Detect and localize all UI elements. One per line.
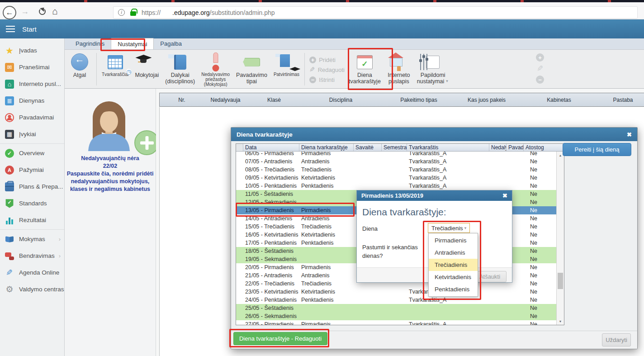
day-row-cell (236, 223, 243, 231)
sidebar-item-prane-imai[interactable]: Pranešimai (0, 59, 64, 76)
ribbon-button-nedalyvavimo-prie-astys-mokytojas-[interactable]: Nedalyvavimo priežastys (Mokytojas) (198, 52, 233, 87)
ribbon-button-label: Interneto puslapis (387, 72, 411, 85)
ribbon-button-mokytojai[interactable]: Mokytojai (132, 52, 162, 87)
day-row-cell (236, 271, 243, 280)
grades-icon (5, 166, 14, 175)
day-select[interactable]: Trečiadienis ▼ (428, 223, 470, 233)
cancel-button[interactable]: Atšaukti (473, 271, 507, 282)
day-row-dayname: Penktadienis (299, 239, 354, 247)
sidebar-item-valdymo-centras[interactable]: Valdymo centras (0, 281, 64, 298)
browser-url-bar[interactable]: i https:// .edupage.org /substitution/ad… (113, 6, 638, 19)
action-prid-ti[interactable]: +Pridėti (309, 55, 345, 65)
sidebar-item-mokymas[interactable]: Mokymas› (0, 231, 64, 247)
day-row[interactable]: 23/05 - KetvirtadienisKetvirtadienisTvar… (236, 288, 556, 296)
scrollbar-thumb[interactable] (558, 273, 563, 289)
day-row-holiday: Ne (524, 206, 556, 214)
dropdown-option-ketvirtadienis[interactable]: Ketvirtadienis (429, 271, 478, 283)
ribbon-button-tvarkara-iai[interactable]: Tvarkaraščiai (99, 52, 132, 87)
page-info-icon[interactable]: i (118, 9, 125, 16)
day-row-holiday: Ne (524, 304, 556, 312)
day-list-scrollbar[interactable]: ▲ ▼ (556, 152, 564, 325)
day-list-header: DataDiena tvarkaraštyjeSavaitėSemestrasT… (236, 144, 564, 152)
sidebar-item--vadas[interactable]: Įvadas (0, 42, 64, 59)
day-row-dayname: Trečiadienis (299, 280, 354, 288)
ribbon-button-papildomi-nustatymai[interactable]: Papildomi nustatymai ▼ (414, 52, 452, 87)
sidebar-item-overview[interactable]: Overview (0, 145, 64, 161)
sidebar-item-rezultatai[interactable]: Rezultatai (0, 212, 64, 228)
sidebar-item-pavadavimai[interactable]: Pavadavimai (0, 109, 64, 126)
day-row-cell (382, 152, 407, 157)
action-i-trinti[interactable]: −Ištrinti (309, 75, 345, 85)
day-row[interactable]: 06/05 - PirmadienisPirmadienisTvarkarašt… (236, 152, 556, 157)
ribbon-button-patvirtinimas[interactable]: Patvirtinimas (270, 52, 303, 87)
absence-panel[interactable]: Nedalyvaujančių nėra 22/02 Paspauskite č… (65, 89, 156, 356)
ribbon-button-interneto-puslapis[interactable]: Interneto puslapis (384, 52, 414, 87)
tab-pagrindinis[interactable]: Pagrindinis (69, 38, 111, 49)
ribbon-button-pavadavimo-tipai[interactable]: Pavadavimo tipai (233, 52, 270, 87)
browser-home-icon[interactable]: ⌂ (52, 6, 58, 16)
dropdown-option-pirmadienis[interactable]: Pirmadienis (429, 234, 478, 247)
dropdown-option-trečiadienis[interactable]: Trečiadienis (429, 259, 478, 271)
ribbon-button-dalykai-disciplinos-[interactable]: Dalykai (disciplinos) (162, 52, 198, 87)
absence-hint-text[interactable]: Nedalyvaujančių nėra 22/02 Paspauskite č… (66, 155, 154, 193)
day-row-cell (236, 296, 243, 304)
edit-day-schedule-button[interactable]: Diena tvarkaraštyje - Redaguoti (233, 332, 327, 345)
add-absent-plus-icon[interactable] (134, 130, 159, 155)
substitutions-table-header: Nr.NedalyvaujaKlasėDisciplinaPakeitimo t… (159, 93, 644, 107)
day-row-date: 08/05 - Trečiadienis (243, 166, 299, 174)
sidebar-item-agenda-online[interactable]: Agenda Online (0, 264, 64, 281)
day-row[interactable]: 27/05 - PirmadienisPirmadienisTvarkarašt… (236, 320, 556, 325)
day-row-holiday: Ne (524, 198, 556, 206)
sidebar-item-interneto-pusl-[interactable]: Interneto pusl... (0, 76, 64, 92)
column-header-8: Pastaba (602, 97, 644, 103)
day-row-cell (236, 320, 243, 325)
close-modal-button[interactable]: Uždaryti (602, 333, 631, 347)
browser-forward-button[interactable]: → (21, 7, 29, 15)
app-header: Start (0, 19, 644, 38)
browser-back-button[interactable]: ← (3, 6, 16, 19)
browser-refresh-icon[interactable] (39, 8, 46, 15)
day-row-cell (382, 157, 407, 166)
day-row-date: 09/05 - Ketvirtadienis (243, 174, 299, 182)
modal-title: Diena tvarkaraštyje (237, 131, 293, 138)
sidebar-item-pa-ymiai[interactable]: Pažymiai (0, 161, 64, 178)
browser-toolbar: ← → ⌂ i https:// .edupage.org /substitut… (0, 2, 644, 19)
tab-pagalba[interactable]: Pagalba (154, 38, 188, 49)
menu-hamburger-icon[interactable] (6, 26, 15, 27)
teacher-avatar[interactable] (82, 96, 139, 151)
day-row-cell (236, 166, 243, 174)
tab-nustatymai[interactable]: Nustatymai (111, 38, 154, 49)
app-title[interactable]: Start (22, 25, 37, 33)
sidebar-item-label: Mokymas (19, 236, 45, 242)
day-row[interactable]: 25/05 - ŠeštadienisNe (236, 304, 556, 312)
day-row-dayname: Ketvirtadienis (299, 231, 354, 239)
dialog-close-icon[interactable]: ✖ (502, 192, 507, 199)
dropdown-option-antradienis[interactable]: Antradienis (429, 247, 478, 259)
day-row-date: 15/05 - Trečiadienis (243, 223, 299, 231)
day-row-cell (382, 304, 407, 312)
day-row-timetable: Tvarkaraštis_A (407, 296, 489, 304)
day-row-cell (236, 190, 243, 198)
day-row[interactable]: 08/05 - TrečiadienisTrečiadienisTvarkara… (236, 166, 556, 174)
absence-line-3: Paspauskite čia, norėdmi pridėti nedalyv… (66, 170, 154, 193)
sidebar-item-bendravimas[interactable]: Bendravimas› (0, 247, 64, 264)
day-row-holiday: Ne (524, 247, 556, 255)
day-row[interactable]: 26/05 - SekmadienisNe (236, 312, 556, 320)
sidebar-item--vykiai[interactable]: Įvykiai (0, 126, 64, 142)
day-row[interactable]: 09/05 - KetvirtadienisKetvirtadienisTvar… (236, 174, 556, 182)
scroll-down-icon[interactable]: ▼ (557, 318, 564, 325)
ribbon-button-atgal[interactable]: Atgal (65, 52, 95, 87)
dropdown-option-penktadienis[interactable]: Penktadienis (429, 283, 478, 295)
modal-close-icon[interactable]: ✖ (627, 131, 632, 138)
goto-day-button[interactable]: Pereiti į šią dieną (563, 143, 631, 156)
day-row[interactable]: 07/05 - AntradienisAntradienisTvarkarašt… (236, 157, 556, 166)
action-redaguoti[interactable]: Redaguoti (309, 65, 345, 75)
ribbon-button-diena-tvarkara-tyje[interactable]: Diena tvarkaraštyje (346, 52, 384, 87)
sidebar-item-standards[interactable]: Standards (0, 195, 64, 212)
subject-book-icon (174, 55, 186, 70)
sidebar-item-dienynas[interactable]: Dienynas (0, 92, 64, 109)
chevron-down-icon: ▼ (444, 79, 449, 83)
day-row[interactable]: 24/05 - PenktadienisPenktadienisTvarkara… (236, 296, 556, 304)
day-row[interactable]: 10/05 - PenktadienisPenktadienisTvarkara… (236, 182, 556, 190)
sidebar-item-plans-prepa-[interactable]: Plans & Prepa... (0, 178, 64, 195)
